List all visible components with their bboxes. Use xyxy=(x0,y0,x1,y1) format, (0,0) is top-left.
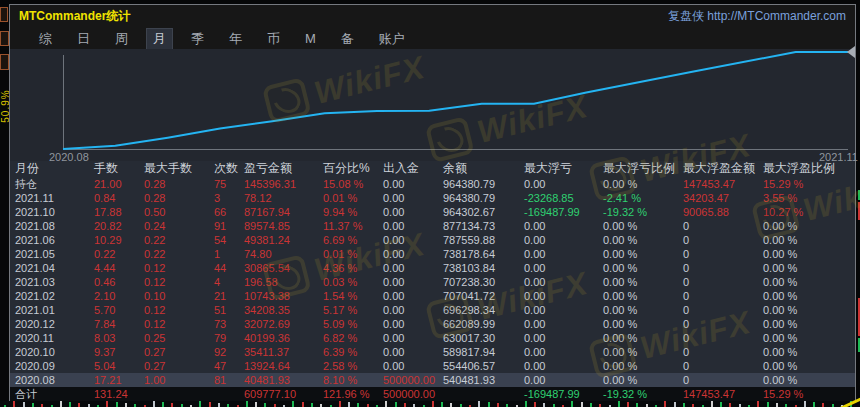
cell: 0.00 % xyxy=(603,233,637,247)
cell: -23268.85 xyxy=(524,191,574,205)
cell: 0.00 % xyxy=(603,275,637,289)
table-row[interactable]: 2020.095.040.274713924.642.58 %0.0055440… xyxy=(10,359,855,373)
cell: 0 xyxy=(683,317,689,331)
menu-item-9[interactable]: 备 xyxy=(334,28,361,50)
cell: 90065.88 xyxy=(683,205,729,219)
cell: 87167.94 xyxy=(244,205,290,219)
cell: 4 xyxy=(214,275,220,289)
menu-item-1[interactable]: 综 xyxy=(32,28,59,50)
cell: 0.00 xyxy=(383,289,404,303)
cell: 73 xyxy=(214,317,226,331)
equity-chart xyxy=(10,49,855,161)
menu-item-2[interactable]: 日 xyxy=(70,28,97,50)
table-row[interactable]: 2020.127.840.127332072.695.09 %0.0066208… xyxy=(10,317,855,331)
table-row[interactable]: 2020.109.370.279235411.376.39 %0.0058981… xyxy=(10,345,855,359)
cell: 21.00 xyxy=(94,177,122,191)
cell: 0.01 % xyxy=(323,247,357,261)
cell: 2.58 % xyxy=(323,359,357,373)
cell: 0.00 xyxy=(524,247,545,261)
cell: 2020.09 xyxy=(15,359,55,373)
column-header: 最大手数 xyxy=(144,160,192,176)
cell: 0.00 % xyxy=(763,275,797,289)
title-bar: MTCommander统计 复盘侠 http://MTCommander.com xyxy=(10,5,855,28)
table-row[interactable]: 2020.0817.211.008140481.938.10 %500000.0… xyxy=(10,373,855,387)
table-row[interactable]: 2021.015.700.125134208.355.17 %0.0069629… xyxy=(10,303,855,317)
table-row[interactable]: 2021.0820.820.249189574.8511.37 %0.00877… xyxy=(10,219,855,233)
cell: 0.10 xyxy=(144,289,165,303)
cell: 2020.11 xyxy=(15,331,54,345)
cell: 0.00 xyxy=(383,247,404,261)
column-header: 手数 xyxy=(94,160,118,176)
cell: 0.00 xyxy=(383,261,404,275)
cell: 0.84 xyxy=(94,191,115,205)
table-row[interactable]: 2021.1017.880.506687167.949.94 %0.009643… xyxy=(10,205,855,219)
cell: 32072.69 xyxy=(244,317,290,331)
cell: 6.69 % xyxy=(323,233,357,247)
cell: 0.00 % xyxy=(603,303,637,317)
cell: 0.00 xyxy=(383,219,404,233)
table-row[interactable]: 2021.044.440.124430865.544.36 %0.0073810… xyxy=(10,261,855,275)
table-row[interactable]: 2021.030.460.124196.580.03 %0.00707238.3… xyxy=(10,275,855,289)
menu-item-7[interactable]: 币 xyxy=(260,28,287,50)
table-row[interactable]: 2020.118.030.257940199.366.82 %0.0063001… xyxy=(10,331,855,345)
table-row[interactable]: 持仓21.000.2875145396.3115.08 %0.00964380.… xyxy=(10,177,855,191)
brand-link[interactable]: 复盘侠 http://MTCommander.com xyxy=(668,8,846,25)
table-row[interactable]: 2021.022.100.102110743.381.54 %0.0070704… xyxy=(10,289,855,303)
table-header: 月份手数最大手数次数盈亏金额百分比%出入金余额最大浮亏最大浮亏比例最大浮盈金额最… xyxy=(10,160,855,176)
cell: 0.00 xyxy=(524,317,545,331)
column-header: 次数 xyxy=(214,160,238,176)
cell: 0 xyxy=(683,331,689,345)
cell: 40199.36 xyxy=(244,331,290,345)
cell: 0.00 % xyxy=(603,219,637,233)
cell: 0 xyxy=(683,219,689,233)
cell: 0.00 xyxy=(524,177,545,191)
cell: 6.39 % xyxy=(323,345,357,359)
cell: 787559.88 xyxy=(443,233,495,247)
equity-line-svg xyxy=(10,49,855,161)
cell: 0.00 % xyxy=(603,331,637,345)
cell: 0.00 xyxy=(383,345,404,359)
cell: 0.00 xyxy=(383,317,404,331)
cell: 持仓 xyxy=(15,177,37,191)
cell: 0.00 % xyxy=(763,345,797,359)
cell: 0.12 xyxy=(144,261,165,275)
cell: 0.00 xyxy=(383,275,404,289)
menu-item-8[interactable]: M xyxy=(298,29,323,48)
cell: 10743.38 xyxy=(244,289,290,303)
cell: 0.00 % xyxy=(603,247,637,261)
cell: 0.03 % xyxy=(323,275,357,289)
cell: 0.00 xyxy=(383,177,404,191)
cell: -2.41 % xyxy=(603,191,641,205)
cell: 0.00 xyxy=(524,373,545,387)
cell: 0.00 % xyxy=(763,289,797,303)
cell: 0.27 xyxy=(144,345,165,359)
menu-item-6[interactable]: 年 xyxy=(222,28,249,50)
cell: 49381.24 xyxy=(244,233,290,247)
cell: 2021.06 xyxy=(15,233,55,247)
cell: 0.22 xyxy=(144,247,165,261)
cell: 2021.01 xyxy=(15,303,55,317)
menu-item-4[interactable]: 月 xyxy=(146,28,173,50)
cell: 7.84 xyxy=(94,317,115,331)
menu-item-10[interactable]: 账户 xyxy=(372,28,412,50)
table-row[interactable]: 2021.0610.290.225449381.246.69 %0.007875… xyxy=(10,233,855,247)
cell: 0.12 xyxy=(144,275,165,289)
cell: 5.17 % xyxy=(323,303,357,317)
cell: 0.00 % xyxy=(603,373,637,387)
cell: 738178.64 xyxy=(443,247,495,261)
cell: 0 xyxy=(683,247,689,261)
column-header: 出入金 xyxy=(383,160,419,176)
cell: 877134.73 xyxy=(443,219,495,233)
cell: 662089.99 xyxy=(443,317,495,331)
cell: 0.00 % xyxy=(763,303,797,317)
cell: 74.80 xyxy=(244,247,272,261)
cell: 0.00 xyxy=(524,303,545,317)
total-row[interactable]: 合计131.24609777.10121.96 %500000.00-16948… xyxy=(10,387,855,401)
cell: 9.37 xyxy=(94,345,115,359)
cell: 34208.35 xyxy=(244,303,290,317)
menu-item-3[interactable]: 周 xyxy=(108,28,135,50)
cell: 4.36 % xyxy=(323,261,357,275)
table-row[interactable]: 2021.110.840.28378.120.01 %0.00964380.79… xyxy=(10,191,855,205)
menu-item-5[interactable]: 季 xyxy=(184,28,211,50)
table-row[interactable]: 2021.050.220.22174.800.01 %0.00738178.64… xyxy=(10,247,855,261)
